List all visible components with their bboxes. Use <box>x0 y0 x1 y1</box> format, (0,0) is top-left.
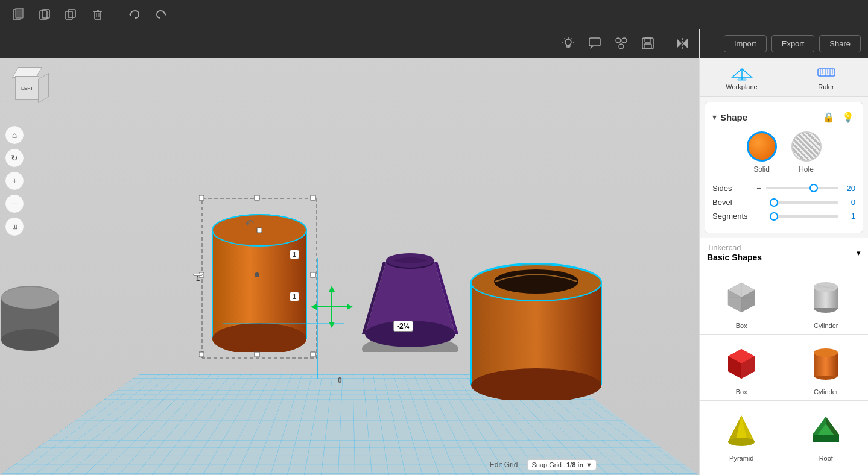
view-cube-label: LEFT <box>21 86 33 91</box>
svg-rect-41 <box>311 272 315 277</box>
rotate-handle[interactable]: ↶ <box>245 217 254 230</box>
redo-button[interactable] <box>150 4 172 25</box>
shape-item-round-roof[interactable]: Round Roof <box>700 467 784 475</box>
svg-point-25 <box>619 44 624 49</box>
copy-button[interactable] <box>34 4 55 25</box>
workplane-icon <box>731 64 753 81</box>
comment-icon[interactable] <box>585 34 604 53</box>
save-icon[interactable] <box>638 34 657 53</box>
shapes-name: Basic Shapes <box>707 253 762 262</box>
ruler-button[interactable]: Ruler <box>784 58 868 96</box>
shapes-grid: Box <box>700 268 868 475</box>
shape-visual-cylinder-gray <box>805 276 847 318</box>
shape-label-roof: Roof <box>819 455 833 462</box>
bevel-slider-row: Bevel 0 <box>712 198 855 207</box>
selected-cylinder[interactable]: ↶ <box>211 213 308 354</box>
right-panel: Import Export Share Workplane <box>699 29 868 475</box>
shape-panel-header: ▾ Shape 🔒 💡 <box>712 110 855 124</box>
sides-track[interactable] <box>766 187 838 189</box>
new-button[interactable] <box>7 4 29 25</box>
segments-thumb[interactable] <box>770 212 778 221</box>
ruler-icon <box>816 64 837 81</box>
mirror-icon[interactable] <box>673 34 692 53</box>
view-cube[interactable]: LEFT <box>6 64 54 112</box>
toolbar-separator-1 <box>116 6 116 23</box>
shape-item-roof[interactable]: Roof <box>784 401 869 467</box>
sides-thumb[interactable] <box>809 184 818 192</box>
shapes-dropdown-chevron: ▾ <box>857 248 861 257</box>
solid-label: Solid <box>753 165 770 174</box>
svg-point-45 <box>255 272 259 277</box>
sides-slider-row: Sides − 20 <box>712 183 855 193</box>
svg-marker-29 <box>677 39 682 48</box>
svg-point-109 <box>728 438 755 446</box>
workplane-label: Workplane <box>726 83 757 90</box>
shape-item-pyramid[interactable]: Pyramid <box>700 401 784 467</box>
dim-label-1c: 1 <box>290 292 299 301</box>
solid-button[interactable]: Solid <box>747 131 777 174</box>
svg-point-75 <box>494 269 578 294</box>
shape-item-text[interactable]: TEXT TEXT TEXT Text <box>784 467 869 475</box>
shape-item-cylinder-gray[interactable]: Cylinder <box>784 268 869 335</box>
zoom-out-button[interactable]: − <box>5 194 24 213</box>
svg-rect-43 <box>255 352 259 357</box>
svg-rect-5 <box>68 10 75 17</box>
bevel-thumb[interactable] <box>770 198 778 207</box>
right-panel-top-nav: Import Export Share <box>700 29 868 58</box>
svg-marker-56 <box>329 286 335 292</box>
shape-item-box-gray[interactable]: Box <box>700 268 784 335</box>
svg-marker-59 <box>311 304 317 310</box>
viewport[interactable]: LEFT ⌂ ↻ + − ⊞ <box>0 29 699 475</box>
shape-panel-icons: 🔒 💡 <box>822 110 855 124</box>
duplicate-button[interactable] <box>60 4 82 25</box>
shape-lock-button[interactable]: 🔒 <box>822 110 836 124</box>
share-button[interactable]: Share <box>819 35 861 52</box>
svg-rect-42 <box>199 352 204 357</box>
solid-hole-row: Solid Hole <box>712 131 855 174</box>
shapes-dropdown-header[interactable]: Tinkercad Basic Shapes ▾ <box>700 238 868 268</box>
shape-label-cylinder-orange: Cylinder <box>814 388 838 395</box>
svg-rect-37 <box>199 195 204 200</box>
hole-label: Hole <box>799 165 814 174</box>
svg-rect-6 <box>95 11 101 19</box>
shape-light-button[interactable]: 💡 <box>841 110 855 124</box>
sides-value: 20 <box>843 184 855 193</box>
svg-point-34 <box>1 329 59 351</box>
fit-button[interactable]: ⊞ <box>5 217 24 236</box>
shape-panel: ▾ Shape 🔒 💡 Solid Hole <box>705 102 863 233</box>
main-area: LEFT ⌂ ↻ + − ⊞ <box>0 29 868 475</box>
dark-shape <box>0 280 60 354</box>
group-icon[interactable] <box>612 34 631 53</box>
import-button[interactable]: Import <box>724 35 767 52</box>
segments-track[interactable] <box>770 215 838 218</box>
home-nav-button[interactable]: ⌂ <box>5 125 24 145</box>
edit-grid-link[interactable]: Edit Grid <box>490 461 518 469</box>
nav-buttons: ⌂ ↻ + − ⊞ <box>5 125 24 236</box>
shape-label-box-gray: Box <box>736 322 747 329</box>
delete-button[interactable] <box>87 4 109 25</box>
undo-button[interactable] <box>124 4 145 25</box>
orbit-button[interactable]: ↻ <box>5 148 24 168</box>
solid-circle <box>747 131 777 162</box>
export-button[interactable]: Export <box>771 35 815 52</box>
workplane-button[interactable]: Workplane <box>700 58 784 96</box>
svg-point-13 <box>565 39 571 45</box>
shape-panel-title: Shape <box>720 112 747 122</box>
bevel-track[interactable] <box>770 201 838 204</box>
light-icon[interactable] <box>559 34 578 53</box>
svg-point-35 <box>1 287 59 309</box>
sides-minus[interactable]: − <box>756 183 761 193</box>
bottom-bar: Edit Grid Snap Grid 1/8 in ▼ <box>490 459 597 470</box>
hole-button[interactable]: Hole <box>791 131 822 174</box>
svg-rect-36 <box>202 198 317 358</box>
zero-label: 0 <box>338 376 342 385</box>
zoom-in-button[interactable]: + <box>5 171 24 190</box>
viewport-top-bar <box>0 29 699 58</box>
svg-rect-21 <box>589 38 600 46</box>
segments-value: 1 <box>843 212 855 221</box>
shape-item-box-red[interactable]: Box <box>700 335 784 401</box>
shape-item-cylinder-orange[interactable]: Cylinder <box>784 335 869 401</box>
shape-label-pyramid: Pyramid <box>729 455 753 462</box>
snap-grid-control[interactable]: Snap Grid 1/8 in ▼ <box>527 459 597 470</box>
svg-marker-60 <box>347 304 353 310</box>
